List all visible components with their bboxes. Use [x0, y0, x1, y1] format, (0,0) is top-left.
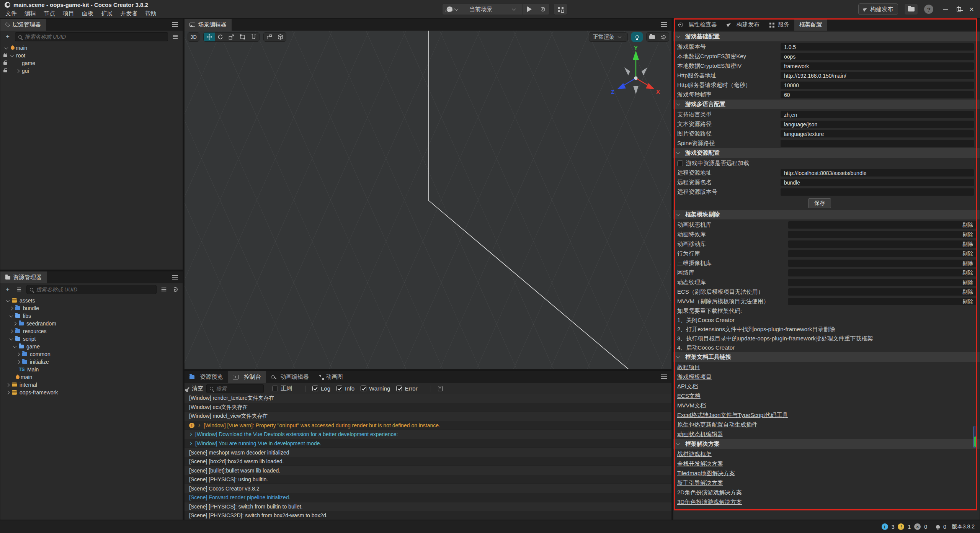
tree-item[interactable]: initialize	[0, 358, 183, 366]
scene-camera-button[interactable]	[647, 32, 658, 42]
cull-button[interactable]: 剔除	[788, 250, 977, 257]
expand-arrow-icon[interactable]	[197, 424, 200, 427]
expand-arrow-icon[interactable]	[6, 298, 10, 302]
doc-link[interactable]: 游戏模板项目	[677, 373, 712, 381]
expand-arrow-icon[interactable]	[6, 391, 10, 394]
tree-item[interactable]: libs	[0, 312, 183, 320]
field-input[interactable]: oops	[781, 53, 974, 60]
expand-arrow-icon[interactable]	[189, 433, 192, 436]
checkbox-checked-icon[interactable]	[312, 386, 318, 391]
tab-inspector[interactable]: 属性检查器	[673, 19, 722, 31]
doc-link[interactable]: API文档	[677, 383, 698, 390]
expand-arrow-icon[interactable]	[5, 46, 8, 49]
close-button[interactable]: ×	[969, 7, 974, 11]
tab-scene-editor[interactable]: 场景编辑器	[185, 19, 232, 31]
gizmo-settings-button[interactable]	[275, 32, 286, 42]
tab-inspector[interactable]: 构建发布	[722, 19, 764, 31]
tree-item[interactable]: bundle	[0, 304, 183, 312]
field-input[interactable]: language/json	[781, 121, 974, 128]
panel-menu-icon[interactable]	[172, 24, 178, 25]
scene-light-toggle[interactable]	[631, 32, 643, 42]
field-input[interactable]: http://192.168.0.150/main/	[781, 72, 974, 79]
console-searchbox[interactable]	[206, 384, 264, 393]
expand-arrow-icon[interactable]	[189, 442, 192, 445]
field-input[interactable]: 10000	[781, 82, 974, 89]
scene-select-dropdown[interactable]: 当前场景	[465, 4, 523, 15]
scrollbar-thumb[interactable]	[974, 437, 977, 447]
create-node-button[interactable]: +	[3, 33, 12, 41]
cull-button[interactable]: 剔除	[788, 298, 977, 305]
log-row[interactable]: [Window] model_view文件夹存在	[185, 412, 671, 421]
expand-arrow-icon[interactable]	[16, 360, 20, 364]
log-row[interactable]: [Scene] meshopt wasm decoder initialized	[185, 448, 671, 457]
section-header[interactable]: 框架解决方案	[673, 439, 980, 449]
cull-button[interactable]: 剔除	[788, 231, 977, 238]
cull-button[interactable]: 剔除	[788, 260, 977, 267]
tab-console[interactable]: 动画图	[314, 371, 348, 383]
cull-button[interactable]: 剔除	[788, 221, 977, 229]
doc-link[interactable]: 全栈开发解决方案	[677, 460, 723, 468]
preview-platform-dropdown[interactable]	[443, 4, 465, 15]
rotate-tool-button[interactable]	[215, 32, 226, 42]
export-log-icon[interactable]	[438, 386, 443, 391]
cull-button[interactable]: 剔除	[788, 288, 977, 296]
tab-console[interactable]: 动画编辑器	[266, 371, 314, 383]
refresh-assets-icon[interactable]	[171, 285, 180, 294]
cull-button[interactable]: 剔除	[788, 269, 977, 276]
hierarchy-search-input[interactable]	[24, 34, 165, 40]
expand-arrow-icon[interactable]	[10, 329, 13, 333]
tree-item[interactable]: game	[0, 343, 183, 350]
doc-link[interactable]: 2D角色扮演游戏解决方案	[677, 489, 742, 496]
hierarchy-searchbox[interactable]	[15, 32, 168, 41]
orientation-gizmo[interactable]: Y X Z	[607, 45, 665, 103]
section-header[interactable]: 框架文档工具链接	[673, 352, 980, 362]
log-row[interactable]: [Scene] Forward render pipeline initiali…	[185, 493, 671, 502]
console-search-input[interactable]	[216, 386, 260, 392]
checkbox-checked-icon[interactable]	[336, 386, 342, 391]
doc-link[interactable]: Excel格式转Json文件与TypeScript代码工具	[677, 412, 788, 419]
play-button[interactable]	[523, 4, 536, 15]
tree-item[interactable]: resources	[0, 327, 183, 335]
info-count-icon[interactable]: i	[882, 523, 888, 530]
menu-item[interactable]: 编辑	[21, 10, 40, 18]
field-input[interactable]: zh,en	[781, 111, 974, 118]
panel-menu-icon[interactable]	[661, 376, 667, 377]
render-mode-dropdown[interactable]: 正常渲染	[589, 32, 628, 42]
checkbox-icon[interactable]	[677, 160, 683, 166]
warning-count-icon[interactable]: !	[898, 523, 904, 530]
tree-item[interactable]: gui	[0, 67, 183, 75]
menu-item[interactable]: 文件	[2, 10, 21, 18]
field-input[interactable]	[781, 140, 974, 147]
save-button[interactable]: 保存	[808, 198, 831, 208]
checkbox-checked-icon[interactable]	[361, 386, 366, 391]
tree-item[interactable]: common	[0, 350, 183, 358]
log-row[interactable]: [Scene] Cocos Creator v3.8.2	[185, 484, 671, 493]
notification-bell-icon[interactable]	[936, 525, 940, 528]
tab-inspector[interactable]: 服务	[764, 19, 794, 31]
tab-active-console[interactable]: 控制台	[228, 371, 266, 383]
panel-menu-icon[interactable]	[172, 277, 178, 278]
field-input[interactable]: framework	[781, 62, 974, 70]
log-row[interactable]: [Window] ecs文件夹存在	[185, 403, 671, 412]
section-header[interactable]: 游戏基础配置	[673, 32, 980, 41]
field-input[interactable]: language/texture	[781, 130, 974, 137]
tree-item[interactable]: main	[0, 44, 183, 52]
regex-checkbox[interactable]	[272, 386, 278, 391]
doc-link[interactable]: 原生包热更新配置自动生成插件	[677, 421, 758, 428]
expand-arrow-icon[interactable]	[13, 344, 17, 348]
remote-load-checkbox-row[interactable]: 游戏中资源是否远程加载	[673, 159, 980, 168]
log-row[interactable]: [Window] render_texture文件夹存在	[185, 394, 671, 403]
tree-item[interactable]: main	[0, 373, 183, 381]
tree-item[interactable]: assets	[0, 297, 183, 304]
help-button[interactable]: ?	[924, 5, 933, 14]
tree-item[interactable]: oops-framework	[0, 389, 183, 396]
doc-link[interactable]: ECS文档	[677, 392, 701, 400]
tab-console[interactable]: 资源预览	[185, 371, 228, 383]
expand-arrow-icon[interactable]	[10, 306, 13, 310]
expand-arrow-icon[interactable]	[10, 337, 13, 340]
sort-assets-icon[interactable]	[15, 285, 23, 294]
clear-console-button[interactable]: 清空	[188, 385, 203, 392]
tree-item[interactable]: root	[0, 52, 183, 59]
cull-button[interactable]: 剔除	[788, 240, 977, 248]
tab-assets[interactable]: 资源管理器	[0, 271, 47, 283]
